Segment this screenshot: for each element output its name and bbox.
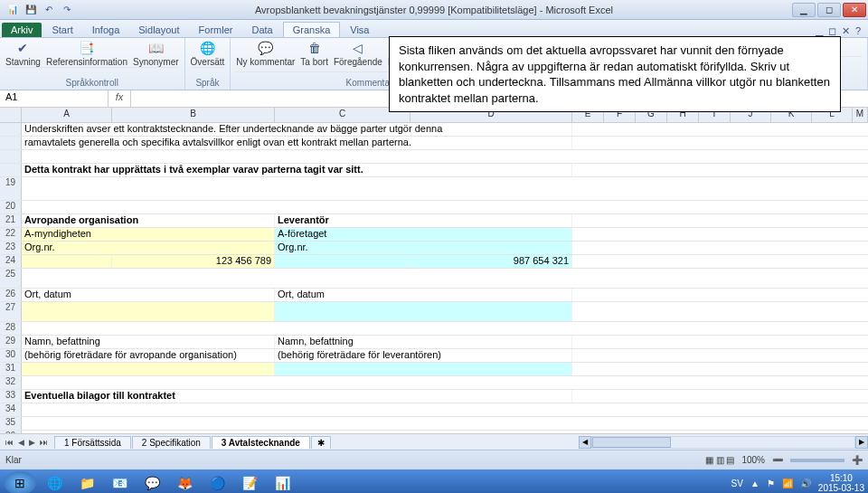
row-header[interactable]: 22: [0, 228, 22, 241]
thesaurus-button[interactable]: 📖Synonymer: [133, 40, 179, 67]
row-header[interactable]: 32: [0, 376, 22, 389]
start-button[interactable]: ⊞: [4, 471, 36, 493]
lang-indicator[interactable]: SV: [731, 479, 743, 488]
network-icon[interactable]: 📶: [782, 479, 793, 488]
cell[interactable]: Avropande organisation: [22, 214, 275, 227]
file-tab[interactable]: Arkiv: [2, 23, 42, 37]
cell[interactable]: Detta kontrakt har upprättats i två exem…: [22, 164, 572, 176]
ribbon-close-icon[interactable]: ✕: [842, 25, 850, 37]
zoom-in-icon[interactable]: ➕: [852, 455, 863, 465]
sheet-tab-3[interactable]: 3 Avtalstecknande: [212, 436, 310, 449]
new-comment-button[interactable]: 💬Ny kommentar: [236, 40, 295, 67]
translate-button[interactable]: 🌐Översätt: [191, 40, 225, 67]
status-ready: Klar: [5, 455, 22, 465]
cell[interactable]: A-företaget: [275, 228, 572, 241]
row-header[interactable]: [0, 123, 22, 136]
comment-icon: 💬: [258, 40, 274, 56]
cell[interactable]: Namn, befattning: [22, 336, 275, 348]
tab-infoga[interactable]: Infoga: [83, 23, 129, 37]
cell[interactable]: 987 654 321: [410, 255, 572, 268]
row-header[interactable]: 29: [0, 336, 22, 348]
cell[interactable]: Namn, befattning: [275, 336, 572, 348]
sheet-tab-1[interactable]: 1 Försättssida: [54, 436, 131, 449]
cell[interactable]: ramavtalets generella och specifika avta…: [22, 137, 572, 149]
tab-sidlayout[interactable]: Sidlayout: [129, 23, 188, 37]
col-header[interactable]: A: [22, 108, 112, 122]
taskbar: ⊞ 🌐 📁 📧 💬 🦊 🔵 📝 📊 SV ▲ ⚑ 📶 🔊 15:10 2015-…: [0, 469, 868, 493]
row-header[interactable]: 20: [0, 201, 22, 213]
row-header[interactable]: 35: [0, 417, 22, 430]
delete-comment-button[interactable]: 🗑Ta bort: [300, 40, 328, 67]
row-header[interactable]: 24: [0, 255, 22, 268]
cell[interactable]: Eventuella bilagor till kontraktet: [22, 390, 572, 403]
cell[interactable]: Underskriften avser ett kontraktstecknan…: [22, 123, 572, 136]
tab-visa[interactable]: Visa: [341, 23, 378, 37]
research-button[interactable]: 📑Referensinformation: [46, 40, 127, 67]
clock-time[interactable]: 15:10: [818, 473, 864, 483]
explorer-icon[interactable]: 📁: [72, 472, 101, 493]
outlook-icon[interactable]: 📧: [105, 472, 134, 493]
tab-last-icon[interactable]: ⏭: [38, 438, 50, 447]
volume-icon[interactable]: 🔊: [800, 479, 811, 488]
cell[interactable]: Ort, datum: [22, 289, 275, 301]
ie-icon[interactable]: 🌐: [40, 472, 69, 493]
zoom-level[interactable]: 100%: [741, 455, 765, 465]
row-header[interactable]: 19: [0, 177, 22, 200]
tab-formler[interactable]: Formler: [190, 23, 242, 37]
row-header[interactable]: 23: [0, 242, 22, 254]
chrome-icon[interactable]: 🔵: [203, 472, 231, 493]
col-header[interactable]: M: [853, 108, 868, 122]
cell[interactable]: A-myndigheten: [22, 228, 275, 241]
tab-granska[interactable]: Granska: [283, 22, 341, 37]
cell[interactable]: (behörig företrädare för leverantören): [275, 349, 572, 362]
tab-start[interactable]: Start: [42, 23, 81, 37]
sheet-tabs: ⏮ ◀ ▶ ⏭ 1 Försättssida 2 Specifikation 3…: [0, 433, 868, 450]
row-header[interactable]: 30: [0, 349, 22, 362]
row-header[interactable]: 25: [0, 269, 22, 288]
cell[interactable]: Ort, datum: [275, 289, 572, 301]
row-header[interactable]: 21: [0, 214, 22, 227]
scroll-left-icon[interactable]: ◀: [579, 436, 591, 449]
zoom-out-icon[interactable]: ➖: [772, 455, 783, 465]
zoom-slider[interactable]: [790, 459, 844, 462]
fx-icon[interactable]: fx: [108, 90, 131, 107]
help-icon[interactable]: ?: [855, 25, 861, 37]
col-header[interactable]: B: [112, 108, 275, 122]
row-header[interactable]: [0, 164, 22, 176]
word-icon[interactable]: 📝: [235, 472, 264, 493]
annotation-callout: Sista fliken används om det aktuella avr…: [389, 36, 841, 112]
row-header[interactable]: 34: [0, 403, 22, 416]
view-buttons[interactable]: ▦ ▥ ▤: [705, 455, 735, 465]
row-header[interactable]: [0, 137, 22, 149]
cell[interactable]: Org.nr.: [22, 242, 275, 254]
scroll-right-icon[interactable]: ▶: [855, 436, 868, 449]
clock-date[interactable]: 2015-03-13: [818, 483, 864, 493]
row-header[interactable]: 31: [0, 363, 22, 375]
row-header[interactable]: 33: [0, 390, 22, 403]
sheet-tab-2[interactable]: 2 Specifikation: [132, 436, 211, 449]
lync-icon[interactable]: 💬: [137, 472, 166, 493]
prev-comment-button[interactable]: ◁Föregående: [334, 40, 382, 67]
excel-icon[interactable]: 📊: [268, 472, 297, 493]
name-box[interactable]: A1: [0, 90, 108, 107]
firefox-icon[interactable]: 🦊: [170, 472, 199, 493]
select-all-corner[interactable]: [0, 108, 22, 122]
spelling-button[interactable]: ✔Stavning: [5, 40, 41, 67]
tray-up-icon[interactable]: ▲: [750, 479, 760, 488]
action-center-icon[interactable]: ⚑: [767, 479, 775, 488]
scroll-thumb[interactable]: [592, 437, 671, 448]
tab-first-icon[interactable]: ⏮: [4, 438, 15, 447]
horizontal-scrollbar[interactable]: ◀ ▶: [579, 436, 868, 449]
tab-data[interactable]: Data: [242, 23, 281, 37]
cell[interactable]: 123 456 789: [112, 255, 275, 268]
tab-next-icon[interactable]: ▶: [27, 438, 37, 447]
cell[interactable]: Leverantör: [275, 214, 572, 227]
row-header[interactable]: 27: [0, 302, 22, 321]
status-bar: Klar ▦ ▥ ▤ 100% ➖ ➕: [0, 450, 868, 469]
new-sheet-icon[interactable]: ✱: [311, 436, 331, 449]
tab-prev-icon[interactable]: ◀: [16, 438, 26, 447]
row-header[interactable]: 26: [0, 289, 22, 301]
row-header[interactable]: 28: [0, 322, 22, 335]
cell[interactable]: Org.nr.: [275, 242, 572, 254]
cell[interactable]: (behörig företrädare för avropande organ…: [22, 349, 275, 362]
